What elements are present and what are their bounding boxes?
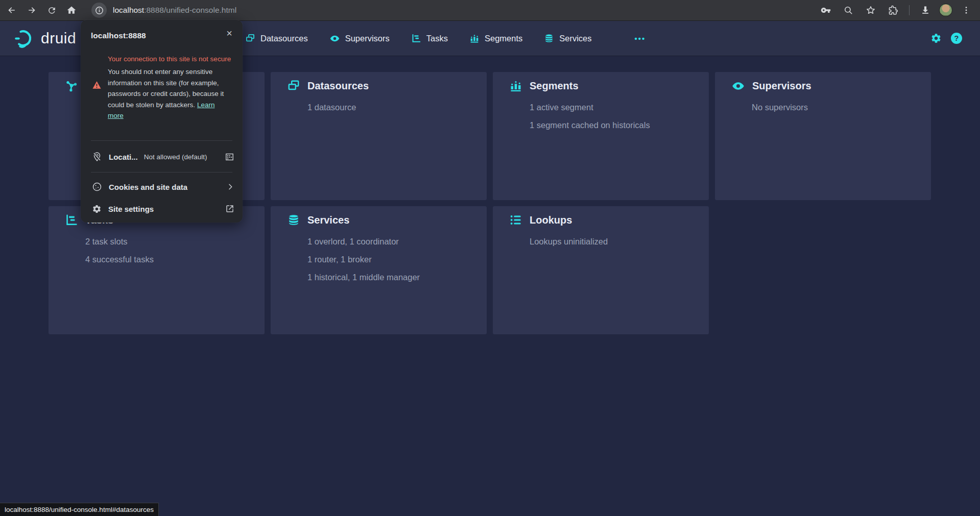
services-line-3: 1 historical, 1 middle manager [307, 268, 474, 286]
location-permission-row[interactable]: Locati... Not allowed (default) [92, 146, 234, 167]
cookie-icon [92, 182, 102, 192]
task-slots-count: 2 task slots [85, 233, 252, 251]
managed-building-icon [225, 152, 234, 162]
card-segments-title: Segments [530, 80, 579, 92]
forward-icon[interactable] [23, 2, 40, 19]
cookies-row[interactable]: Cookies and site data [92, 177, 234, 196]
site-info-icon[interactable] [91, 3, 107, 18]
divider [91, 140, 232, 141]
datasource-count: 1 datasource [307, 99, 474, 116]
profile-avatar[interactable] [939, 4, 952, 17]
card-services[interactable]: Services 1 overlord, 1 coordinator 1 rou… [271, 206, 487, 334]
passwords-key-icon[interactable] [817, 2, 834, 19]
tab-datasources[interactable]: Datasources [245, 33, 308, 43]
link-status-text: localhost:8888/unified-console.html#data… [5, 506, 154, 513]
downloads-icon[interactable] [917, 2, 934, 19]
toolbar-separator [909, 5, 910, 15]
chevron-right-icon [226, 183, 234, 191]
tab-tasks-label: Tasks [426, 34, 448, 43]
warning-body: You should not enter any sensitive infor… [108, 66, 230, 121]
location-off-icon [92, 152, 102, 162]
help-icon[interactable]: ? [950, 32, 963, 44]
brand-wordmark: druid [41, 30, 76, 47]
back-icon[interactable] [3, 2, 20, 19]
services-line-2: 1 router, 1 broker [307, 251, 474, 268]
supervisors-eye-icon [731, 79, 745, 93]
security-warning: Your connection to this site is not secu… [108, 54, 232, 121]
zoom-icon[interactable] [840, 2, 857, 19]
tasks-icon [411, 33, 421, 43]
card-tasks[interactable]: Tasks 2 task slots 4 successful tasks [49, 206, 265, 334]
bookmark-star-icon[interactable] [862, 2, 879, 19]
location-label: Locati... [109, 153, 138, 161]
extensions-icon[interactable] [885, 2, 902, 19]
browser-toolbar: localhost:8888/unified-console.html [0, 0, 980, 21]
successful-tasks-count: 4 successful tasks [85, 251, 252, 268]
segments-icon [469, 33, 480, 43]
card-services-title: Services [307, 214, 349, 226]
cookies-label: Cookies and site data [109, 183, 187, 191]
datasources-icon [245, 33, 255, 43]
datasources-icon [287, 79, 300, 92]
location-value: Not allowed (default) [144, 153, 207, 161]
card-datasources[interactable]: Datasources 1 datasource [271, 72, 487, 200]
supervisors-eye-icon [329, 33, 340, 44]
services-icon [287, 213, 300, 227]
screen: localhost:8888/unified-console.html [0, 0, 980, 516]
druid-logo-icon [14, 28, 36, 48]
services-line-1: 1 overlord, 1 coordinator [307, 233, 474, 251]
tab-services[interactable]: Services [544, 33, 591, 43]
browser-menu-icon[interactable] [958, 2, 975, 19]
card-supervisors-title: Supervisors [752, 80, 811, 92]
tab-segments[interactable]: Segments [469, 33, 522, 43]
services-icon [544, 33, 554, 43]
tab-supervisors-label: Supervisors [345, 34, 390, 43]
card-datasources-title: Datasources [307, 80, 369, 92]
divider [91, 172, 232, 173]
tasks-icon [65, 213, 78, 227]
tab-segments-label: Segments [485, 34, 522, 43]
url-host: localhost [113, 6, 144, 14]
close-icon[interactable]: × [226, 28, 232, 38]
refresh-icon[interactable] [43, 2, 60, 19]
address-bar[interactable]: localhost:8888/unified-console.html [91, 3, 817, 18]
card-supervisors[interactable]: Supervisors No supervisors [715, 72, 931, 200]
active-segments-count: 1 active segment [530, 99, 697, 116]
site-settings-row[interactable]: Site settings [92, 199, 234, 218]
lookups-list-icon [509, 213, 522, 227]
warning-title: Your connection to this site is not secu… [108, 54, 232, 64]
url-text[interactable]: localhost:8888/unified-console.html [113, 6, 236, 15]
home-icon[interactable] [63, 2, 80, 19]
console-settings-gear-icon[interactable] [930, 33, 942, 44]
tab-supervisors[interactable]: Supervisors [329, 33, 390, 44]
tab-services-label: Services [559, 34, 591, 43]
supervisors-count: No supervisors [752, 99, 919, 116]
tab-tasks[interactable]: Tasks [411, 33, 448, 43]
card-lookups-title: Lookups [530, 214, 572, 226]
url-path: :8888/unified-console.html [144, 6, 236, 14]
status-network-icon [65, 79, 78, 92]
segments-icon [509, 79, 522, 92]
more-tabs-button[interactable]: ••• [635, 34, 646, 43]
lookups-status: Lookups uninitialized [530, 233, 697, 251]
svg-text:?: ? [954, 34, 959, 42]
settings-gear-icon [92, 204, 102, 214]
card-segments[interactable]: Segments 1 active segment 1 segment cach… [493, 72, 709, 200]
link-status-tooltip: localhost:8888/unified-console.html#data… [0, 503, 159, 516]
warning-triangle-icon [92, 81, 102, 89]
popup-title: localhost:8888 [91, 31, 146, 40]
site-settings-label: Site settings [108, 205, 154, 213]
external-link-icon [225, 204, 234, 213]
site-info-popup: localhost:8888 × Your connection to this… [81, 20, 243, 223]
cached-segments-count: 1 segment cached on historicals [530, 116, 697, 134]
tab-datasources-label: Datasources [260, 34, 308, 43]
card-lookups[interactable]: Lookups Lookups uninitialized [493, 206, 709, 334]
